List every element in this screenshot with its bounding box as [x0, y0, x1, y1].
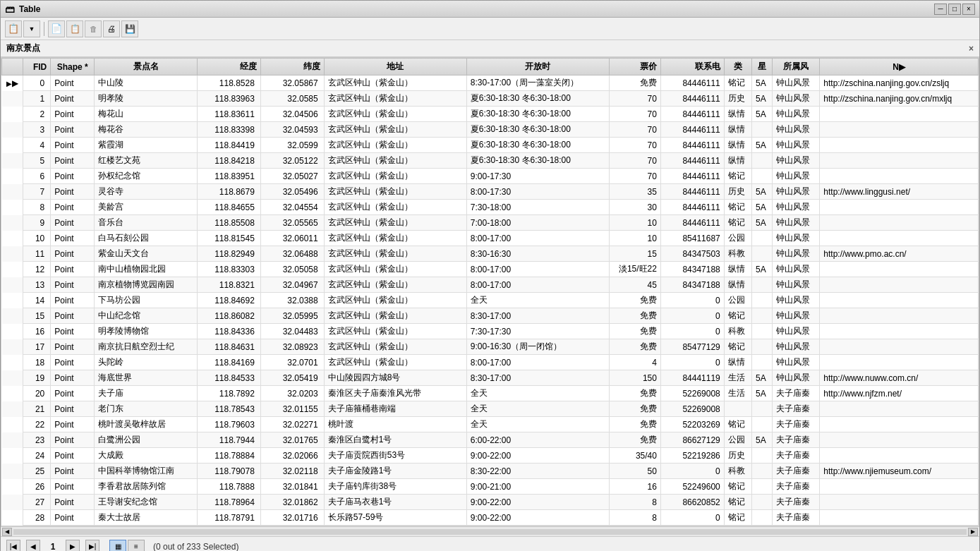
paste-button[interactable]: 📋 [66, 20, 83, 37]
cell-type: 生活 [724, 370, 751, 386]
cell-star: 5A [752, 91, 773, 107]
subtitle-close-button[interactable]: × [969, 44, 974, 54]
copy-button[interactable]: 📄 [48, 20, 65, 37]
col-tel[interactable]: 联系电 [660, 59, 724, 75]
cell-star: 5A [752, 138, 773, 153]
table-row[interactable]: 11Point紫金山天文台118.8294932.06488玄武区钟山（紫金山）… [2, 246, 979, 262]
grid-view-button[interactable]: ▦ [109, 540, 126, 552]
col-shape[interactable]: Shape * [51, 59, 95, 75]
table-row[interactable]: 4Point紫霞湖118.8441932.0599玄武区钟山（紫金山）夏6:30… [2, 138, 979, 153]
table-row[interactable]: 3Point梅花谷118.8339832.04593玄武区钟山（紫金山）夏6:3… [2, 122, 979, 138]
scroll-left-button[interactable]: ◀ [2, 528, 12, 536]
cell-star: 5A [752, 262, 773, 277]
table-row[interactable]: 15Point中山纪念馆118.8608232.05995玄武区钟山（紫金山）8… [2, 308, 979, 324]
maximize-button[interactable]: □ [948, 4, 961, 15]
cell-star [752, 246, 773, 262]
table-row[interactable]: 28Point秦大士故居118.7879132.01716长乐路57-59号9:… [2, 510, 979, 526]
row-indicator: ▶ [2, 75, 23, 91]
cell-shape: Point [51, 324, 95, 339]
table-row[interactable]: 2Point梅花山118.8361132.04506玄武区钟山（紫金山）夏6:3… [2, 107, 979, 122]
cell-lng: 118.84336 [198, 324, 261, 339]
table-row[interactable]: 26Point李香君故居陈列馆118.788832.01841夫子庙钓库街38号… [2, 479, 979, 495]
col-area[interactable]: 所属风 [772, 59, 819, 75]
first-page-button[interactable]: |◀ [6, 540, 20, 552]
table-row[interactable]: 1Point明孝陵118.8396332.0585玄武区钟山（紫金山）夏6:30… [2, 91, 979, 107]
close-button[interactable]: × [962, 4, 975, 15]
col-addr[interactable]: 地址 [324, 59, 466, 75]
minimize-button[interactable]: ─ [934, 4, 947, 15]
cell-fid: 14 [23, 293, 51, 308]
table-row[interactable]: 24Point大成殿118.7888432.02066夫子庙贡院西街53号9:0… [2, 448, 979, 464]
cell-fid: 22 [23, 417, 51, 432]
cell-area: 钟山风景 [772, 308, 819, 324]
report-view-button[interactable]: ≡ [128, 540, 145, 552]
table-row[interactable]: 6Point孙权纪念馆118.8395132.05027玄武区钟山（紫金山）9:… [2, 169, 979, 184]
col-star[interactable]: 星 [752, 59, 773, 75]
selection-info: (0 out of 233 Selected) [153, 542, 238, 552]
col-name[interactable]: 景点名 [95, 59, 198, 75]
table-row[interactable]: 14Point下马坊公园118.8469232.0388玄武区钟山（紫金山）全天… [2, 293, 979, 308]
cell-type: 公园 [724, 432, 751, 448]
cell-addr: 玄武区钟山（紫金山） [324, 138, 466, 153]
table-row[interactable]: ▶0Point中山陵118.852832.05867玄武区钟山（紫金山）8:30… [2, 75, 979, 91]
table-row[interactable]: 19Point海底世界118.8453332.05419中山陵园四方城8号8:3… [2, 370, 979, 386]
table-row[interactable]: 17Point南京抗日航空烈士纪118.8463132.08923玄武区钟山（紫… [2, 339, 979, 355]
cell-url: http://www.pmo.ac.cn/ [820, 246, 979, 262]
cell-open: 夏6:30-18:30 冬6:30-18:00 [466, 91, 609, 107]
cell-area: 夫子庙秦 [772, 510, 819, 526]
next-page-button[interactable]: ▶ [66, 540, 80, 552]
cell-area: 钟山风景 [772, 107, 819, 122]
scrollbar-track[interactable] [13, 529, 967, 535]
cell-fid: 18 [23, 355, 51, 370]
cell-star [752, 169, 773, 184]
col-type[interactable]: 类 [724, 59, 751, 75]
col-url[interactable]: N▶ [820, 59, 979, 75]
cell-type: 纵情 [724, 277, 751, 293]
col-lat[interactable]: 纬度 [260, 59, 324, 75]
col-lng[interactable]: 经度 [198, 59, 261, 75]
table-row[interactable]: 27Point王导谢安纪念馆118.7896432.01862夫子庙马衣巷1号9… [2, 495, 979, 510]
table-row[interactable]: 10Point白马石刻公园118.8154532.06011玄武区钟山（紫金山）… [2, 231, 979, 246]
cell-type: 铭记 [724, 169, 751, 184]
cell-type: 历史 [724, 448, 751, 464]
prev-page-button[interactable]: ◀ [26, 540, 40, 552]
col-fid[interactable]: FID [23, 59, 51, 75]
horizontal-scrollbar[interactable]: ◀ ▶ [1, 526, 979, 536]
options-dropdown-button[interactable]: ▼ [23, 20, 40, 37]
table-row[interactable]: 23Point白鹭洲公园118.794432.01765秦淮区白鹭村1号6:00… [2, 432, 979, 448]
cell-star [752, 448, 773, 464]
cell-shape: Point [51, 122, 95, 138]
table-row[interactable]: 25Point中国科举博物馆江南118.7907832.02118夫子庙金陵路1… [2, 464, 979, 479]
cell-price: 免费 [609, 432, 660, 448]
table-row[interactable]: 9Point音乐台118.8550832.05565玄武区钟山（紫金山）7:00… [2, 215, 979, 231]
delete-button[interactable]: 🗑 [85, 20, 102, 37]
cell-area: 钟山风景 [772, 262, 819, 277]
export-button[interactable]: 💾 [121, 20, 138, 37]
print-button[interactable]: 🖨 [103, 20, 120, 37]
new-table-button[interactable]: 📋 [5, 20, 22, 37]
cell-name: 桃叶渡吴敬梓故居 [95, 417, 198, 432]
table-row[interactable]: 20Point夫子庙118.789232.0203秦淮区夫子庙秦淮风光带全天免费… [2, 386, 979, 401]
table-row[interactable]: 8Point美龄宫118.8465532.04554玄武区钟山（紫金山）7:30… [2, 200, 979, 215]
table-row[interactable]: 13Point南京植物博览园南园118.832132.04967玄武区钟山（紫金… [2, 277, 979, 293]
col-open[interactable]: 开放时 [466, 59, 609, 75]
cell-name: 下马坊公园 [95, 293, 198, 308]
cell-name: 头陀岭 [95, 355, 198, 370]
row-indicator [2, 169, 23, 184]
table-row[interactable]: 21Point老门东118.7854332.01155夫子庙箍桶巷南端全天免费5… [2, 401, 979, 417]
table-row[interactable]: 5Point红楼艺文苑118.8421832.05122玄武区钟山（紫金山）夏6… [2, 153, 979, 169]
col-price[interactable]: 票价 [609, 59, 660, 75]
table-row[interactable]: 12Point南中山植物园北园118.8330332.05058玄武区钟山（紫金… [2, 262, 979, 277]
table-row[interactable]: 18Point头陀岭118.8416932.0701玄武区钟山（紫金山）8:00… [2, 355, 979, 370]
scroll-right-button[interactable]: ▶ [968, 528, 978, 536]
cell-addr: 玄武区钟山（紫金山） [324, 339, 466, 355]
cell-type: 历史 [724, 184, 751, 200]
cell-lat: 32.05027 [260, 169, 324, 184]
table-row[interactable]: 22Point桃叶渡吴敬梓故居118.7960332.02271桃叶渡全天免费5… [2, 417, 979, 432]
last-page-button[interactable]: ▶| [85, 540, 99, 552]
cell-addr: 夫子庙金陵路1号 [324, 464, 466, 479]
table-row[interactable]: 7Point灵谷寺118.867932.05496玄武区钟山（紫金山）8:00-… [2, 184, 979, 200]
row-indicator [2, 184, 23, 200]
table-container[interactable]: FID Shape * 景点名 经度 纬度 地址 开放时 票价 联系电 类 星 … [1, 57, 979, 526]
table-row[interactable]: 16Point明孝陵博物馆118.8433632.04483玄武区钟山（紫金山）… [2, 324, 979, 339]
